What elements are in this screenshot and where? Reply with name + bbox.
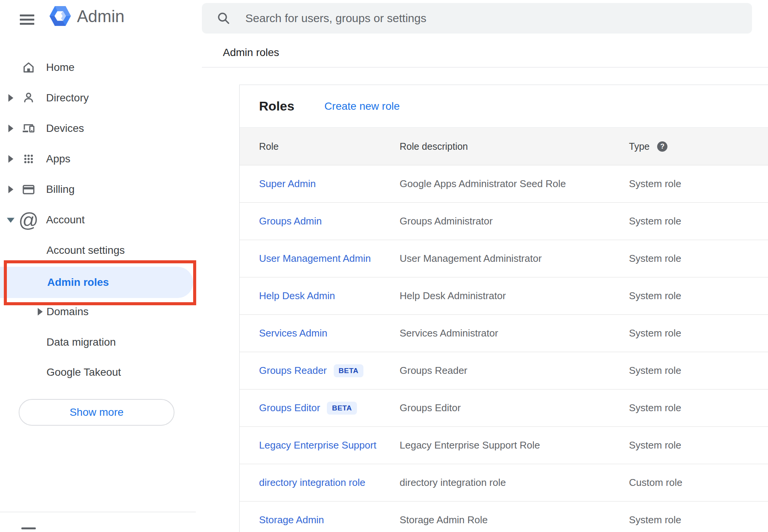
- role-description: User Management Administrator: [400, 253, 542, 264]
- expander-right-icon[interactable]: [8, 125, 13, 132]
- role-type: System role: [629, 215, 681, 227]
- table-row: Groups Admin Groups Administrator System…: [240, 202, 768, 240]
- apps-grid-icon: [21, 152, 36, 166]
- expander-right-icon[interactable]: [38, 308, 43, 316]
- sidebar-item-account[interactable]: @ Account: [0, 205, 196, 235]
- role-type: System role: [629, 439, 681, 451]
- search-icon: [216, 11, 231, 26]
- table-row: directory integration role directory int…: [240, 464, 768, 501]
- admin-logo-icon: [49, 6, 71, 28]
- sidebar-divider: [0, 512, 196, 512]
- table-row: Groups Editor BETA Groups Editor System …: [240, 389, 768, 426]
- table-row: Services Admin Services Administrator Sy…: [240, 314, 768, 352]
- role-type: System role: [629, 514, 681, 526]
- role-link[interactable]: User Management Admin: [259, 253, 371, 264]
- sidebar-item-label: Apps: [46, 153, 70, 165]
- sidebar-item-label: Directory: [46, 92, 89, 104]
- table-row: Storage Admin Storage Admin Role System …: [240, 501, 768, 532]
- devices-icon: [21, 121, 36, 136]
- role-link[interactable]: Super Admin: [259, 178, 316, 190]
- table-header-row: Role Role description Type ?: [240, 127, 768, 165]
- home-icon: [21, 60, 36, 75]
- sidebar-item-data-migration[interactable]: Data migration: [0, 327, 196, 357]
- role-description: directory integration role: [400, 477, 506, 489]
- sidebar-item-billing[interactable]: Billing: [0, 174, 196, 205]
- search-bar[interactable]: [202, 3, 752, 34]
- role-description: Groups Editor: [400, 402, 461, 414]
- sidebar-item-label: Account: [46, 214, 85, 226]
- main-content: Admin roles Roles Create new role Role R…: [196, 0, 768, 532]
- sidebar: Admin Home Directory: [0, 0, 196, 532]
- sidebar-item-label: Billing: [46, 183, 75, 195]
- role-description: Storage Admin Role: [400, 514, 488, 526]
- role-description: Google Apps Administrator Seed Role: [400, 178, 566, 190]
- role-link[interactable]: Help Desk Admin: [259, 290, 335, 302]
- sidebar-item-admin-roles[interactable]: Admin roles: [0, 267, 193, 298]
- role-link[interactable]: Storage Admin: [259, 514, 324, 526]
- role-description: Legacy Enterprise Support Role: [400, 439, 540, 451]
- credit-card-icon: [21, 182, 36, 197]
- table-row: Groups Reader BETA Groups Reader System …: [240, 352, 768, 389]
- role-link[interactable]: Groups Editor: [259, 402, 320, 414]
- role-type: System role: [629, 327, 681, 339]
- sidebar-item-home[interactable]: Home: [0, 52, 196, 83]
- show-more-label: Show more: [70, 406, 124, 418]
- roles-panel-header: Roles Create new role: [240, 85, 768, 127]
- role-link[interactable]: Groups Reader: [259, 365, 327, 377]
- role-type: System role: [629, 253, 681, 264]
- app-title: Admin: [77, 7, 125, 26]
- role-link[interactable]: directory integration role: [259, 477, 365, 489]
- person-icon: [21, 91, 36, 105]
- show-more-button[interactable]: Show more: [19, 399, 174, 426]
- expander-right-icon[interactable]: [8, 94, 13, 102]
- role-type: Custom role: [629, 477, 682, 489]
- column-header-description: Role description: [400, 141, 468, 152]
- sidebar-item-directory[interactable]: Directory: [0, 83, 196, 113]
- create-new-role-link[interactable]: Create new role: [325, 100, 400, 112]
- sidebar-item-label: Devices: [46, 122, 84, 135]
- role-description: Help Desk Administrator: [400, 290, 506, 302]
- search-input[interactable]: [245, 12, 738, 25]
- table-row: Super Admin Google Apps Administrator Se…: [240, 165, 768, 202]
- role-type: System role: [629, 365, 681, 377]
- beta-badge: BETA: [327, 402, 357, 415]
- role-description: Groups Reader: [400, 365, 467, 377]
- expander-right-icon[interactable]: [8, 155, 13, 163]
- table-row: Legacy Enterprise Support Legacy Enterpr…: [240, 426, 768, 464]
- breadcrumb: Admin roles: [223, 46, 279, 59]
- table-row: Help Desk Admin Help Desk Administrator …: [240, 277, 768, 314]
- sidebar-item-label: Home: [46, 61, 75, 74]
- table-row: User Management Admin User Management Ad…: [240, 240, 768, 277]
- sidebar-item-label: Google Takeout: [46, 366, 121, 378]
- sidebar-item-label: Account settings: [46, 244, 125, 256]
- sidebar-item-account-settings[interactable]: Account settings: [0, 235, 196, 266]
- sidebar-item-domains[interactable]: Domains: [0, 296, 196, 327]
- role-description: Groups Administrator: [400, 215, 493, 227]
- beta-badge: BETA: [334, 364, 363, 377]
- column-header-role: Role: [259, 141, 278, 152]
- help-icon[interactable]: ?: [657, 141, 667, 152]
- divider: [202, 67, 768, 67]
- sidebar-item-label: Data migration: [46, 336, 116, 348]
- sidebar-item-google-takeout[interactable]: Google Takeout: [0, 357, 196, 388]
- expander-down-icon[interactable]: [7, 218, 14, 223]
- hamburger-menu-icon[interactable]: [20, 11, 34, 28]
- role-link[interactable]: Legacy Enterprise Support: [259, 439, 376, 451]
- role-type: System role: [629, 178, 681, 190]
- partial-bottom-icon: [21, 527, 36, 529]
- roles-panel: Roles Create new role Role Role descript…: [239, 85, 768, 532]
- sidebar-item-label: Domains: [46, 306, 88, 318]
- role-link[interactable]: Groups Admin: [259, 215, 322, 227]
- panel-title: Roles: [259, 99, 294, 114]
- at-sign-icon: @: [21, 213, 36, 227]
- column-header-type: Type: [629, 141, 650, 152]
- role-type: System role: [629, 402, 681, 414]
- expander-right-icon[interactable]: [8, 186, 13, 193]
- role-link[interactable]: Services Admin: [259, 327, 327, 339]
- sidebar-item-label: Admin roles: [47, 276, 109, 288]
- role-description: Services Administrator: [400, 327, 498, 339]
- sidebar-item-apps[interactable]: Apps: [0, 144, 196, 174]
- role-type: System role: [629, 290, 681, 302]
- sidebar-item-devices[interactable]: Devices: [0, 113, 196, 144]
